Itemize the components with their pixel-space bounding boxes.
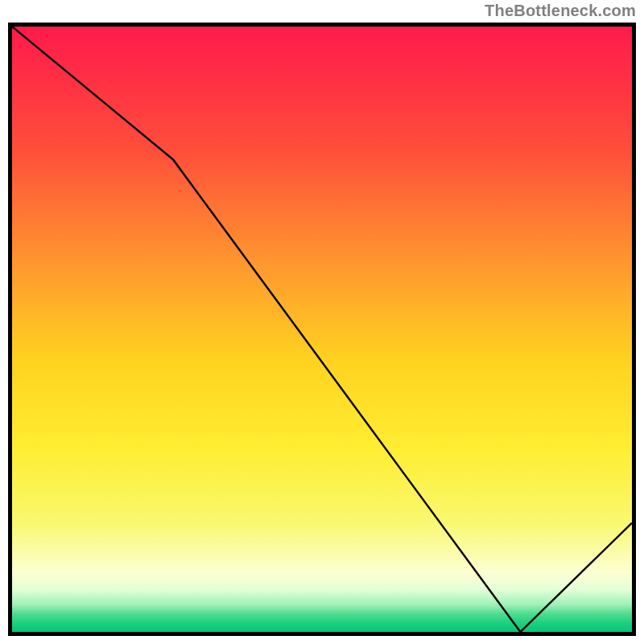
line-layer: [12, 27, 632, 632]
bottleneck-curve: [12, 27, 632, 632]
chart-container: TheBottleneck.com: [0, 0, 644, 644]
attribution-label: TheBottleneck.com: [485, 2, 636, 20]
plot-frame: [8, 23, 636, 636]
